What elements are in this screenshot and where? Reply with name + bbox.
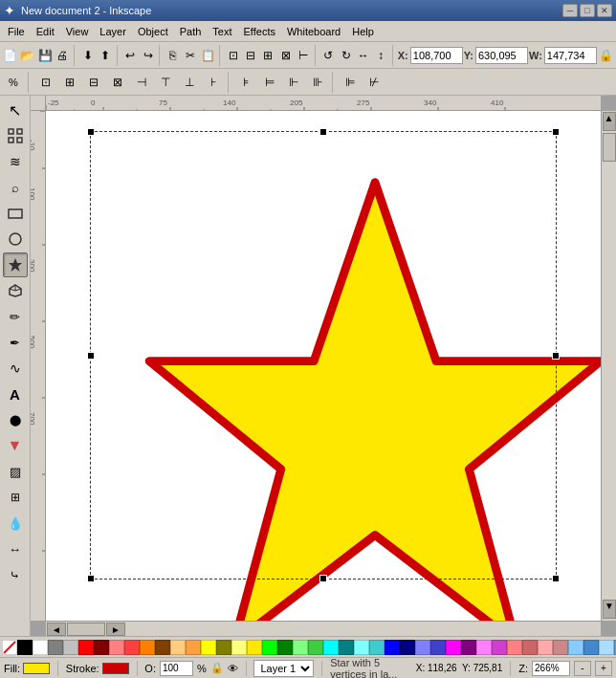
export-button[interactable]: ⬆: [97, 45, 113, 66]
palette-color-32[interactable]: [507, 640, 522, 655]
palette-color-37[interactable]: [583, 640, 599, 655]
connector-tool-button[interactable]: ⤷: [3, 562, 28, 587]
palette-color-6[interactable]: [109, 640, 124, 655]
rotate-ccw-button[interactable]: ↺: [320, 45, 337, 66]
flip-h-button[interactable]: ↔: [355, 45, 371, 66]
snap-smooth-button[interactable]: ⊣: [130, 72, 153, 93]
rotate-cw-button[interactable]: ↻: [338, 45, 354, 66]
palette-color-24[interactable]: [385, 640, 400, 655]
star-shape[interactable]: [149, 183, 601, 621]
snap-bbox-mid-button[interactable]: ⊟: [82, 72, 105, 93]
snap-midpoint-button[interactable]: ⊤: [154, 72, 177, 93]
open-button[interactable]: 📂: [19, 45, 35, 66]
menu-effects[interactable]: Effects: [238, 24, 281, 39]
menu-help[interactable]: Help: [346, 24, 380, 39]
scroll-down-button[interactable]: ▼: [603, 600, 616, 619]
maximize-button[interactable]: □: [580, 4, 595, 17]
drawing-canvas[interactable]: [46, 111, 601, 621]
paste-button[interactable]: 📋: [200, 45, 216, 66]
palette-color-13[interactable]: [216, 640, 231, 655]
zoom-sel-button[interactable]: ⊟: [243, 45, 259, 66]
palette-color-4[interactable]: [78, 640, 94, 655]
palette-color-29[interactable]: [461, 640, 476, 655]
close-button[interactable]: ✕: [597, 4, 612, 17]
coord-w-input[interactable]: [544, 47, 597, 64]
gradient-tool-button[interactable]: ▨: [3, 459, 28, 484]
palette-color-0[interactable]: [17, 640, 33, 655]
pencil-tool-button[interactable]: ✏: [3, 304, 28, 329]
lock-proportions-button[interactable]: 🔒: [598, 45, 614, 66]
palette-color-12[interactable]: [201, 640, 216, 655]
scroll-right[interactable]: ▲ ▼: [601, 111, 616, 621]
palette-color-28[interactable]: [446, 640, 461, 655]
zoom-tool-button[interactable]: ⌕: [3, 175, 28, 200]
calligraphy-tool-button[interactable]: ∿: [3, 356, 28, 381]
menu-path[interactable]: Path: [174, 24, 208, 39]
zoom-page-button[interactable]: ⊠: [277, 45, 294, 66]
palette-color-14[interactable]: [231, 640, 247, 655]
flip-v-button[interactable]: ↕: [372, 45, 388, 66]
menu-text[interactable]: Text: [207, 24, 237, 39]
palette-color-36[interactable]: [568, 640, 583, 655]
menu-layer[interactable]: Layer: [94, 24, 132, 39]
palette-color-25[interactable]: [400, 640, 415, 655]
menu-view[interactable]: View: [60, 24, 95, 39]
snap-bbox-edge-button[interactable]: ⊞: [58, 72, 81, 93]
select-tool-button[interactable]: ↖: [3, 98, 28, 122]
snap-enable-button[interactable]: %: [2, 72, 25, 93]
spray-tool-button[interactable]: ⬤: [3, 407, 28, 432]
node-tool-button[interactable]: [3, 123, 28, 148]
palette-color-17[interactable]: [277, 640, 293, 655]
palette-color-18[interactable]: [293, 640, 308, 655]
menu-edit[interactable]: Edit: [31, 24, 60, 39]
copy-button[interactable]: ⎘: [165, 45, 181, 66]
tweak-tool-button[interactable]: ≋: [3, 149, 28, 174]
snap-grid-button[interactable]: ⊨: [258, 72, 281, 93]
coord-x-input[interactable]: [410, 47, 463, 64]
palette-color-7[interactable]: [124, 640, 140, 655]
snap-center-button[interactable]: ⊥: [178, 72, 201, 93]
snap-path-button[interactable]: ⊩: [282, 72, 305, 93]
palette-color-11[interactable]: [186, 640, 201, 655]
layer-dropdown[interactable]: Layer 1: [253, 660, 314, 677]
palette-color-19[interactable]: [308, 640, 323, 655]
cut-button[interactable]: ✂: [183, 45, 199, 66]
palette-color-38[interactable]: [599, 640, 614, 655]
palette-color-21[interactable]: [339, 640, 354, 655]
canvas-container[interactable]: -25 0 75 140 205 275 340 410: [31, 96, 616, 636]
stroke-color-box[interactable]: [102, 663, 129, 674]
palette-color-2[interactable]: [48, 640, 63, 655]
snap-bbox-button[interactable]: ⊡: [34, 72, 57, 93]
palette-color-34[interactable]: [538, 640, 553, 655]
palette-color-9[interactable]: [155, 640, 170, 655]
menu-file[interactable]: File: [2, 24, 31, 39]
coord-y-input[interactable]: [475, 47, 528, 64]
eyedrop-tool-button[interactable]: 💧: [3, 511, 28, 536]
snap-rotation-button[interactable]: ⊦: [202, 72, 225, 93]
zoom-plus-button[interactable]: +: [595, 661, 612, 676]
snap-node-button[interactable]: ⊠: [106, 72, 129, 93]
pen-tool-button[interactable]: ✒: [3, 330, 28, 355]
palette-color-5[interactable]: [94, 640, 109, 655]
snap-guide-button[interactable]: ⊧: [234, 72, 257, 93]
palette-color-15[interactable]: [247, 640, 262, 655]
palette-color-23[interactable]: [369, 640, 385, 655]
snap-page-button[interactable]: ⊪: [306, 72, 329, 93]
fill-tool-button[interactable]: ▼: [3, 433, 28, 458]
palette-color-16[interactable]: [262, 640, 277, 655]
palette-color-10[interactable]: [170, 640, 186, 655]
import-button[interactable]: ⬇: [79, 45, 96, 66]
measure-tool-button[interactable]: ↔: [3, 536, 28, 561]
redo-button[interactable]: ↪: [140, 45, 156, 66]
palette-color-22[interactable]: [354, 640, 369, 655]
zoom-minus-button[interactable]: -: [574, 661, 591, 676]
snap-from-button[interactable]: ⊫: [339, 72, 362, 93]
menu-object[interactable]: Object: [132, 24, 174, 39]
zoom-draw-button[interactable]: ⊞: [260, 45, 276, 66]
scroll-bottom[interactable]: ◄ ►: [46, 621, 601, 636]
palette-color-3[interactable]: [63, 640, 78, 655]
scroll-up-button[interactable]: ▲: [603, 112, 616, 131]
text-tool-button[interactable]: A: [3, 382, 28, 406]
3dbox-tool-button[interactable]: [3, 278, 28, 303]
undo-button[interactable]: ↩: [122, 45, 139, 66]
